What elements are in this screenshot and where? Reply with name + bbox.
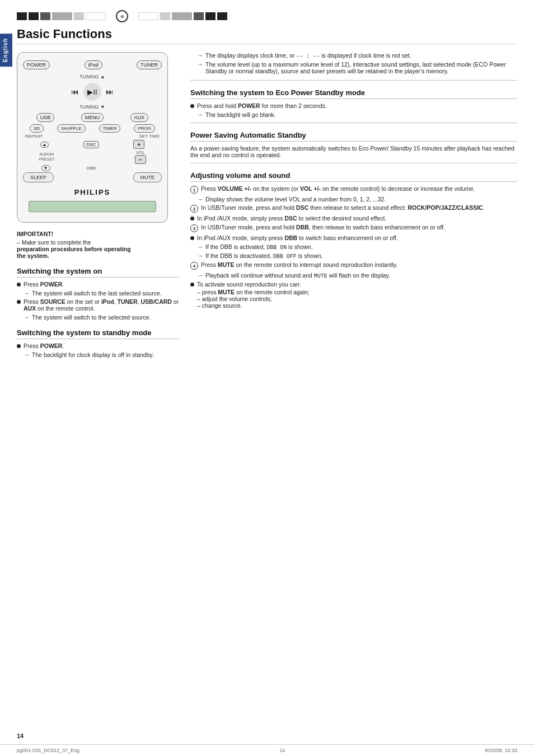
switch-on-arrow2: → The system will switch to the selected… [24,314,179,321]
switch-on-heading: Switching the system on [17,267,179,278]
important-notice: IMPORTANT! – Make sure to complete the p… [17,231,179,259]
volume-item3: 3 In USB/Tuner mode, press and hold DBB,… [190,224,517,232]
bullet-dot-icon [17,344,21,348]
arrow-icon: → [24,290,30,297]
deco-block [74,12,84,20]
deco-bars-right [138,12,227,20]
deco-bars-left [17,12,106,20]
numbered-bullet-4: 4 [190,262,198,270]
volume-item1: 1 Press VOLUME +/- on the system (or VOL… [190,185,517,194]
up-arrow-button[interactable]: ▲ [40,142,49,148]
remote-mid-row1: USB MENU AUX [23,113,162,122]
volume-text1: Press VOLUME +/- on the system (or VOL +… [201,185,475,192]
minus-button[interactable]: – [135,155,146,164]
deco-block [217,12,227,20]
deco-block [29,12,39,20]
bullet-dot-icon [17,283,21,287]
numbered-bullet-3: 3 [190,224,198,232]
switch-on-arrow-text2: The system will switch to the selected s… [32,314,151,321]
tuning-down-label: TUNING ▼ [23,104,162,110]
down-arrow-button[interactable]: ▼ [41,165,50,171]
transport-controls: ⏮ ▶II ⏭ [23,83,162,101]
volume-item4: 4 Press MUTE on the remote control to in… [190,261,517,270]
important-line2: preparation procedures before operating [17,246,179,252]
volume-item-dot1: In iPod /AUX mode, simply press DSC to s… [190,215,517,222]
volume-text2: In USB/Tuner mode, press and hold DSC th… [201,204,485,211]
volume-arrow3: → If the DBB is deactivated, DBB OFF is … [197,252,517,260]
switch-on-arrow1: → The system will switch to the last sel… [24,290,179,297]
switch-standby-arrow-text1: The backlight for clock display is off i… [32,351,154,358]
volume-arrow4: → Playback will continue without sound a… [197,272,517,279]
bullet-dot-icon [190,236,194,240]
remote-control-image: POWER iPod TUNER TUNING ▲ ⏮ ▶II ⏭ TUNING… [17,52,168,223]
mute-button[interactable]: MUTE [133,172,162,182]
volume-item2: 2 In USB/Tuner mode, press and hold DSC … [190,204,517,213]
play-pause-button[interactable]: ▶II [83,83,101,101]
remote-bottom-row: SLEEP MUTE [23,172,162,182]
switch-standby-bullet1: Press POWER. [17,342,179,349]
divider [190,163,517,163]
down-dbb-row: ▼ DBB [23,165,162,171]
important-line3: the system. [17,252,179,259]
top-circle-icon: ⊕ [116,10,128,22]
volume-text4: Press MUTE on the remote control to inte… [201,261,397,268]
display-screen [29,201,156,212]
volume-arrow2: → If the DBB is activated, DBB ON is sho… [197,243,517,251]
dsc-vol-row: ▲ DSC + [23,140,162,149]
prog-button[interactable]: PROG [134,124,155,133]
divider [190,80,517,81]
page-title: Basic Functions [17,27,517,44]
timer-button[interactable]: TIMER [99,124,121,133]
menu-button[interactable]: MENU [81,113,104,122]
set-time-label: SET TIME [139,134,160,139]
volume-dot-text3: To activate sound reproduction you can: … [197,281,310,309]
page-number: 14 [17,732,24,739]
deco-block [17,12,27,20]
eco-standby-arrow1: → The backlight will go blank. [197,111,517,118]
plus-button[interactable]: + [133,140,144,149]
arrow-icon: → [24,351,30,358]
main-content: Basic Functions POWER iPod TUNER TUNING … [0,27,534,377]
volume-arrow-text4: Playback will continue without sound and… [205,272,390,279]
bullet-dot-icon [17,300,21,304]
dsc-button[interactable]: DSC [83,141,100,148]
switch-standby-heading: Switching the system to standby mode [17,328,179,339]
deco-block [138,12,158,20]
intro-text: → The display displays clock time, or --… [190,52,517,74]
bullet-dot-icon [190,283,194,287]
switch-on-bullet2: Press SOURCE on the set or iPod, TUNER, … [17,298,179,312]
volume-item-dot2: In iPod /AUX mode, simply press DBB to s… [190,234,517,241]
shuffle-button[interactable]: SHUFFLE [57,124,85,133]
philips-logo: PHILIPS [23,188,162,196]
dbb-label: DBB [87,166,96,171]
numbered-bullet-1: 1 [190,186,198,194]
tuner-button[interactable]: TUNER [137,60,162,69]
aux-button[interactable]: AUX [130,113,149,122]
switch-on-bullet1: Press POWER. [17,281,179,288]
prev-button[interactable]: ⏮ [71,87,79,96]
switch-on-text2: Press SOURCE on the set or iPod, TUNER, … [24,298,179,312]
important-title: IMPORTANT! [17,231,179,237]
volume-section: Adjusting volume and sound 1 Press VOLUM… [190,171,517,309]
volume-arrow-text1: Display shows the volume level VOL and a… [205,196,386,203]
arrow-icon: → [197,272,203,279]
top-decorative-bar: ⊕ [0,0,534,27]
ipod-button[interactable]: iPod [85,60,102,69]
left-column: POWER iPod TUNER TUNING ▲ ⏮ ▶II ⏭ TUNING… [17,52,179,360]
sd-button[interactable]: SD [30,124,44,133]
arrow-icon: → [197,61,203,68]
tuning-up-label: TUNING ▲ [23,74,162,79]
bullet-dot-icon [190,104,194,108]
next-button[interactable]: ⏭ [106,87,114,96]
sleep-button[interactable]: SLEEP [23,172,54,182]
deco-block [205,12,216,20]
volume-heading: Adjusting volume and sound [190,171,517,182]
deco-block [172,12,192,20]
intro-text1: The display displays clock time, or -- :… [205,52,411,59]
power-button[interactable]: POWER [23,60,50,69]
usb-button[interactable]: USB [36,113,55,122]
intro-arrow2: → The volume level (up to a maximum volu… [197,61,517,74]
eco-standby-bullet1: Press and hold POWER for more than 2 sec… [190,102,517,109]
album-vol-row: ALBUM/PRESET VOL – [23,150,162,164]
album-preset-label: ALBUM/PRESET [39,152,54,162]
